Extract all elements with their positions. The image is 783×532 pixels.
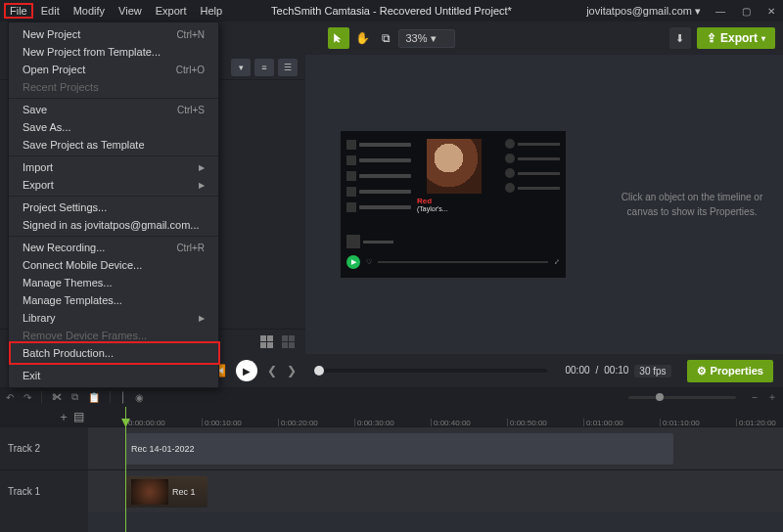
redo-icon[interactable]: ↷ bbox=[23, 392, 31, 403]
file-recent-projects: Recent Projects bbox=[9, 78, 218, 96]
maximize-button[interactable]: ▢ bbox=[740, 6, 752, 17]
fps-selector[interactable]: 30 fps bbox=[634, 365, 670, 377]
next-frame-button[interactable]: ❯ bbox=[287, 364, 297, 377]
download-icon[interactable]: ⬇ bbox=[669, 27, 691, 49]
copy-icon[interactable]: ⧉ bbox=[71, 391, 78, 403]
track-label-1[interactable]: Track 1 bbox=[0, 469, 88, 512]
timeline-ruler[interactable]: 0:00:00:000:00:10:000:00:20:000:00:30:00… bbox=[88, 407, 783, 426]
file-open-project[interactable]: Open ProjectCtrl+O bbox=[9, 61, 218, 78]
play-icon: ▶ bbox=[346, 255, 360, 269]
align-left-icon[interactable]: ≡ bbox=[254, 59, 274, 76]
file-dropdown: New ProjectCtrl+N New Project from Templ… bbox=[8, 22, 219, 388]
canvas-area[interactable]: Red (Taylor's... ▶ ♡ ⤢ bbox=[305, 55, 601, 354]
file-batch-production[interactable]: Batch Production... bbox=[9, 344, 218, 362]
menu-modify[interactable]: Modify bbox=[68, 3, 111, 19]
file-new-from-template[interactable]: New Project from Template... bbox=[9, 43, 218, 61]
timeline-zoom-slider[interactable] bbox=[628, 396, 736, 399]
detail-view-icon[interactable] bbox=[282, 335, 298, 349]
file-library[interactable]: Library▶ bbox=[9, 309, 218, 327]
track-subtitle: (Taylor's... bbox=[417, 205, 491, 212]
file-exit[interactable]: Exit bbox=[9, 367, 218, 384]
track-lane-1[interactable]: Rec 1 bbox=[88, 469, 783, 512]
gear-icon: ⚙ bbox=[697, 365, 707, 377]
file-save-template[interactable]: Save Project as Template bbox=[9, 136, 218, 154]
menu-edit[interactable]: Edit bbox=[35, 3, 66, 19]
crop-tool-icon[interactable]: ⧉ bbox=[375, 27, 396, 49]
pointer-tool-icon[interactable] bbox=[328, 27, 349, 49]
properties-button[interactable]: ⚙Properties bbox=[687, 360, 773, 382]
zoom-in-icon[interactable]: ＋ bbox=[767, 390, 777, 404]
menu-view[interactable]: View bbox=[113, 3, 148, 19]
file-manage-templates[interactable]: Manage Templates... bbox=[9, 291, 218, 309]
zoom-select[interactable]: 33% ▾ bbox=[398, 29, 454, 48]
timeline-toolbar: ↶ ↷ ✀ ⧉ 📋 ⎮ ◉ − ＋ bbox=[0, 387, 783, 407]
titlebar: File Edit Modify View Export Help TechSm… bbox=[0, 0, 783, 22]
album-art bbox=[427, 139, 482, 194]
close-button[interactable]: ✕ bbox=[765, 6, 777, 17]
align-justify-icon[interactable]: ☰ bbox=[278, 59, 298, 76]
file-connect-mobile[interactable]: Connect Mobile Device... bbox=[9, 256, 218, 274]
file-new-recording[interactable]: New Recording...Ctrl+R bbox=[9, 239, 218, 256]
zoom-out-icon[interactable]: − bbox=[752, 392, 758, 403]
file-manage-themes[interactable]: Manage Themes... bbox=[9, 274, 218, 291]
file-export[interactable]: Export▶ bbox=[9, 176, 218, 194]
file-new-project[interactable]: New ProjectCtrl+N bbox=[9, 25, 218, 43]
hand-tool-icon[interactable]: ✋ bbox=[351, 27, 373, 49]
window-title: TechSmith Camtasia - Recovered Untitled … bbox=[271, 5, 512, 17]
play-button[interactable]: ▶ bbox=[236, 360, 257, 381]
undo-icon[interactable]: ↶ bbox=[6, 392, 14, 403]
timeline: ＋▤ Track 2 Track 1 0:00:00:00 0:00:00:00… bbox=[0, 407, 783, 532]
track-lane-2[interactable]: Rec 14-01-2022 bbox=[88, 426, 783, 469]
canvas-preview: Red (Taylor's... ▶ ♡ ⤢ bbox=[341, 131, 566, 278]
timecode: 00:00/00:10 30 fps bbox=[565, 365, 670, 377]
menu-help[interactable]: Help bbox=[195, 3, 229, 19]
menu-file[interactable]: File bbox=[4, 3, 33, 19]
file-save-as[interactable]: Save As... bbox=[9, 118, 218, 136]
track-label-2[interactable]: Track 2 bbox=[0, 426, 88, 469]
properties-hint: Click an object on the timeline or canva… bbox=[617, 190, 767, 219]
scrub-bar[interactable] bbox=[314, 369, 547, 373]
add-track-icon[interactable]: ＋ bbox=[58, 409, 69, 425]
grid-view-icon[interactable] bbox=[260, 335, 276, 349]
file-save[interactable]: SaveCtrl+S bbox=[9, 101, 218, 118]
playhead[interactable] bbox=[125, 407, 126, 532]
menu-export[interactable]: Export bbox=[150, 3, 193, 19]
track-title: Red bbox=[417, 197, 491, 205]
paste-icon[interactable]: 📋 bbox=[88, 392, 100, 403]
camera-icon[interactable]: ◉ bbox=[135, 392, 144, 403]
account-menu[interactable]: jovitatpos@gmail.com ▾ bbox=[586, 5, 701, 18]
menu-bar: File Edit Modify View Export Help bbox=[4, 3, 228, 19]
clip-track2[interactable]: Rec 14-01-2022 bbox=[125, 433, 673, 465]
split-icon[interactable]: ⎮ bbox=[120, 392, 125, 403]
sort-dropdown-icon[interactable]: ▾ bbox=[231, 59, 251, 76]
track-menu-icon[interactable]: ▤ bbox=[73, 410, 84, 423]
cut-icon[interactable]: ✀ bbox=[52, 392, 62, 403]
file-import[interactable]: Import▶ bbox=[9, 158, 218, 176]
share-icon: ⇪ bbox=[707, 31, 716, 45]
minimize-button[interactable]: — bbox=[714, 6, 726, 17]
properties-panel: Click an object on the timeline or canva… bbox=[601, 55, 783, 354]
clip-track1[interactable]: Rec 1 bbox=[125, 476, 207, 508]
file-signed-in[interactable]: Signed in as jovitatpos@gmail.com... bbox=[9, 216, 218, 234]
file-project-settings[interactable]: Project Settings... bbox=[9, 199, 218, 216]
export-button[interactable]: ⇪Export▾ bbox=[697, 27, 775, 49]
file-remove-device-frames: Remove Device Frames... bbox=[9, 327, 218, 344]
step-fwd-button[interactable]: ❮ bbox=[267, 364, 277, 377]
